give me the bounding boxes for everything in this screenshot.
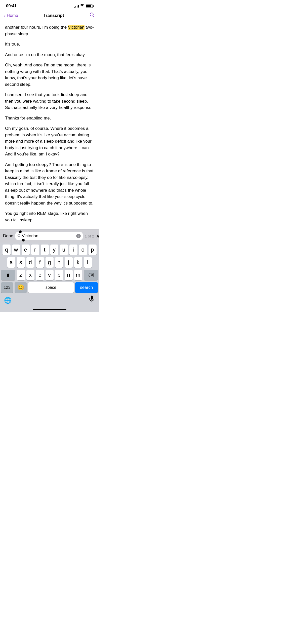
key-g[interactable]: g — [46, 257, 54, 268]
paragraph-5: I can see, I see that you took first sle… — [5, 92, 94, 111]
keyboard: q w e r t y u i o p a s d f g h j k l — [0, 243, 99, 312]
back-label: Home — [7, 13, 18, 18]
key-j[interactable]: j — [65, 257, 73, 268]
wifi-icon — [80, 4, 84, 8]
key-o[interactable]: o — [79, 245, 87, 255]
signal-icon — [74, 5, 79, 8]
paragraph-7: Oh my gosh, of course. Where it becomes … — [5, 125, 94, 157]
cursor-bottom — [22, 239, 25, 242]
find-count: 1 of 2 — [85, 234, 94, 238]
key-h[interactable]: h — [55, 257, 63, 268]
cursor-top — [19, 230, 22, 233]
status-icons — [74, 4, 93, 8]
paragraph-1: another four hours. I'm doing the Victor… — [5, 24, 94, 37]
home-line — [33, 309, 66, 310]
find-search-icon — [17, 234, 21, 238]
keyboard-row-1: q w e r t y u i o p — [1, 245, 98, 255]
key-l[interactable]: l — [84, 257, 92, 268]
keyboard-row-2: a s d f g h j k l — [1, 257, 98, 268]
key-v[interactable]: v — [46, 270, 54, 280]
chevron-left-icon: ‹ — [4, 13, 6, 18]
page-title: Transcript — [43, 13, 64, 18]
key-f[interactable]: f — [36, 257, 44, 268]
key-s[interactable]: s — [17, 257, 25, 268]
home-indicator — [0, 309, 99, 312]
paragraph-2: It's true. — [5, 41, 94, 48]
key-space[interactable]: space — [28, 282, 74, 293]
find-bar: Done × 1 of 2 ∧ ∨ — [0, 229, 99, 243]
key-emoji[interactable]: 😊 — [15, 282, 27, 293]
key-r[interactable]: r — [31, 245, 39, 255]
key-delete[interactable] — [84, 270, 98, 280]
key-p[interactable]: p — [89, 245, 97, 255]
paragraph-9: You go right into REM stage. like right … — [5, 210, 94, 223]
key-d[interactable]: d — [26, 257, 34, 268]
key-n[interactable]: n — [65, 270, 73, 280]
key-e[interactable]: e — [22, 245, 30, 255]
key-k[interactable]: k — [74, 257, 82, 268]
key-u[interactable]: u — [60, 245, 68, 255]
back-button[interactable]: ‹ Home — [4, 13, 18, 18]
paragraph-8: Am I getting too sleepy? There is one th… — [5, 162, 94, 207]
battery-icon — [86, 5, 93, 8]
key-z[interactable]: z — [17, 270, 25, 280]
key-c[interactable]: c — [36, 270, 44, 280]
svg-rect-2 — [91, 296, 93, 300]
paragraph-4: Oh, yeah. And once I'm on the moon, ther… — [5, 62, 94, 88]
highlight-victorian-1: Victorian — [68, 25, 84, 30]
keyboard-rows: q w e r t y u i o p a s d f g h j k l — [0, 243, 99, 294]
key-i[interactable]: i — [69, 245, 77, 255]
key-q[interactable]: q — [3, 245, 11, 255]
status-time: 09:41 — [6, 4, 17, 9]
key-t[interactable]: t — [41, 245, 49, 255]
microphone-icon[interactable] — [89, 295, 95, 304]
paragraph-6: Thanks for enabling me. — [5, 115, 94, 122]
clear-icon: × — [77, 235, 79, 237]
paragraph-3: And once I'm on the moon, that feels oka… — [5, 52, 94, 58]
keyboard-row-4: 123 😊 space search — [1, 282, 98, 293]
find-search-input[interactable] — [22, 233, 75, 238]
key-shift[interactable] — [1, 270, 15, 280]
globe-icon[interactable]: 🌐 — [4, 297, 12, 304]
search-button[interactable] — [89, 12, 95, 19]
key-m[interactable]: m — [74, 270, 82, 280]
find-navigation: ∧ ∨ — [96, 233, 99, 239]
key-a[interactable]: a — [7, 257, 15, 268]
find-input-wrap: × — [15, 232, 83, 240]
key-b[interactable]: b — [55, 270, 63, 280]
transcript-content: another four hours. I'm doing the Victor… — [0, 22, 99, 229]
find-done-button[interactable]: Done — [3, 233, 13, 238]
nav-bar: ‹ Home Transcript — [0, 10, 99, 22]
bottom-bar: 🌐 — [0, 294, 99, 309]
find-clear-button[interactable]: × — [76, 234, 81, 238]
keyboard-row-3: z x c v b n m — [1, 270, 98, 280]
key-y[interactable]: y — [50, 245, 58, 255]
find-prev-button[interactable]: ∧ — [96, 233, 99, 239]
key-search[interactable]: search — [75, 282, 98, 293]
key-x[interactable]: x — [26, 270, 34, 280]
key-numbers[interactable]: 123 — [1, 282, 13, 293]
status-bar: 09:41 — [0, 0, 99, 10]
key-w[interactable]: w — [12, 245, 20, 255]
